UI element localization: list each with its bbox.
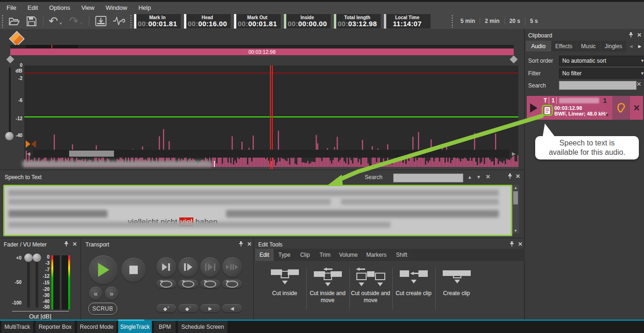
loop-2-button[interactable] — [178, 280, 198, 288]
play-from-mark-button[interactable] — [178, 257, 198, 277]
prev-marker-button[interactable]: ◀ — [222, 304, 242, 312]
loop-1-button[interactable] — [156, 280, 176, 288]
transport-panel-pin-icon[interactable] — [238, 241, 244, 247]
bottom-tab-reporter-box[interactable]: Reporter Box — [35, 321, 75, 333]
undo-button[interactable]: ↶ ▼ — [47, 14, 64, 28]
edit-tools-pin-icon[interactable] — [509, 241, 515, 247]
speech-panel-pin-icon[interactable] — [507, 174, 513, 179]
tool-cut-create-clip[interactable]: Cut create clip — [392, 261, 435, 297]
toolbar-grip[interactable] — [130, 14, 132, 28]
item-play-button[interactable] — [527, 96, 541, 120]
range-handle-left[interactable] — [7, 56, 14, 64]
tab-jingles[interactable]: Jingles — [601, 41, 627, 51]
tab-volume[interactable]: Volume — [335, 249, 361, 261]
menu-view[interactable]: View — [81, 4, 94, 11]
item-collapse-icon[interactable]: « — [604, 113, 611, 116]
menu-options[interactable]: Options — [49, 4, 70, 11]
transcript-scroll-thumb[interactable] — [513, 191, 518, 204]
tool-cut-inside-and-move[interactable]: Cut inside and move — [306, 261, 349, 304]
overview-clip-bar[interactable]: 00:03:12.98 — [10, 49, 514, 55]
clipboard-close-icon[interactable]: ✕ — [637, 32, 642, 38]
fader-panel-close-icon[interactable]: ✕ — [72, 241, 77, 247]
fader-2-track[interactable] — [35, 257, 38, 308]
edit-marker-bowtie-icon[interactable] — [26, 140, 36, 148]
clipboard-audio-item[interactable]: T 1 1 00:03:12.98 BWF, Linear; 48.0 kHz … — [527, 96, 643, 120]
menu-window[interactable]: Window — [106, 4, 127, 11]
next-marker-button[interactable]: ▶ — [200, 304, 220, 312]
locator-marker-diamond[interactable] — [9, 31, 25, 47]
open-file-button[interactable] — [7, 15, 21, 27]
fader-1-knob[interactable] — [24, 253, 33, 262]
undo-dropdown-caret[interactable]: ▼ — [59, 22, 63, 26]
mark-cursor-line[interactable] — [272, 65, 273, 175]
range-handle-right[interactable] — [510, 56, 518, 64]
redo-button[interactable]: ↷ ▼ — [67, 14, 85, 28]
tab-type[interactable]: Type — [274, 249, 295, 261]
zoom-20s-button[interactable]: 20 s — [505, 18, 525, 24]
play-selection-button[interactable] — [200, 257, 220, 277]
tab-edit[interactable]: Edit — [255, 249, 274, 261]
save-button[interactable] — [24, 15, 38, 27]
zoom-5min-button[interactable]: 5 min — [456, 18, 480, 24]
play-around-mark-button[interactable] — [222, 257, 242, 277]
rewind-button[interactable]: « — [89, 287, 102, 300]
edit-tools-close-icon[interactable]: ✕ — [518, 241, 523, 247]
item-listen-button[interactable] — [612, 96, 630, 120]
item-remove-button[interactable]: ✕ — [630, 96, 643, 120]
loop-3-button[interactable] — [200, 280, 220, 288]
add-marker-button[interactable]: ◆+ — [156, 304, 176, 312]
sort-order-dropdown[interactable]: No automatic sort ▼ — [559, 56, 644, 66]
clipboard-search-input[interactable] — [559, 81, 637, 90]
speech-search-clear-icon[interactable]: ✕ — [486, 174, 490, 180]
clipboard-pin-icon[interactable] — [628, 32, 634, 38]
hscroll-track[interactable] — [33, 150, 509, 158]
audio-processing-button[interactable] — [111, 15, 127, 27]
hscroll-left-arrow[interactable]: ◀ — [25, 150, 32, 158]
toolbar-grip[interactable] — [451, 14, 453, 28]
bottom-tab-schedule-screen[interactable]: Schedule Screen — [178, 321, 227, 333]
speech-panel-close-icon[interactable]: ✕ — [516, 174, 520, 179]
tab-markers[interactable]: Markers — [362, 249, 391, 261]
tab-audio[interactable]: Audio — [526, 41, 551, 51]
tool-create-clip[interactable]: Create clip — [435, 261, 478, 297]
menu-help[interactable]: Help — [138, 4, 151, 11]
speech-to-text-doc-button[interactable] — [542, 105, 553, 116]
vertical-zoom-slider-track[interactable] — [9, 67, 11, 137]
bottom-tab-singletrack[interactable]: SingleTrack — [118, 321, 152, 333]
scrub-button[interactable]: SCRUB — [88, 303, 117, 315]
clipboard-tabs-scroll-left-icon[interactable]: ◀ — [627, 41, 635, 51]
tab-effects[interactable]: Effects — [552, 41, 577, 51]
tool-cut-outside-and-move[interactable]: Cut outside and move — [349, 261, 392, 304]
export-audio-button[interactable] — [93, 15, 108, 27]
transcript-scrollbar[interactable]: ▲ ▼ — [512, 185, 519, 233]
transcript-scroll-down-icon[interactable]: ▼ — [512, 228, 519, 233]
zoom-5s-button[interactable]: 5 s — [525, 18, 543, 24]
hscroll-thumb[interactable] — [69, 151, 114, 157]
play-button[interactable] — [89, 255, 118, 284]
playhead-line[interactable] — [270, 65, 271, 175]
menu-edit[interactable]: Edit — [28, 4, 38, 11]
fader-panel-pin-icon[interactable] — [64, 241, 69, 247]
stop-button[interactable] — [121, 258, 146, 282]
bottom-tab-multitrack[interactable]: MultiTrack — [1, 321, 33, 333]
play-to-mark-button[interactable] — [156, 257, 176, 277]
remove-marker-button[interactable]: ◆− — [178, 304, 198, 312]
transcript-box[interactable]: vielleicht nicht viel haben. — [3, 185, 512, 236]
overview-ruler[interactable] — [10, 45, 514, 48]
hscroll-right-arrow[interactable]: ▶ — [510, 150, 517, 158]
filter-dropdown[interactable]: No filter ▼ — [559, 68, 644, 79]
tool-cut-inside[interactable]: Cut inside — [263, 261, 306, 297]
bottom-tab-record-mode[interactable]: Record Mode — [77, 321, 116, 333]
clipboard-search-clear-icon[interactable]: ✕ — [637, 81, 641, 87]
menu-file[interactable]: File — [7, 4, 16, 11]
fader-1-track[interactable] — [27, 257, 30, 308]
forward-button[interactable]: » — [105, 287, 118, 300]
speech-search-next-icon[interactable]: ▼ — [476, 174, 481, 180]
loop-4-button[interactable] — [222, 280, 242, 288]
tab-trim[interactable]: Trim — [315, 249, 335, 261]
tab-shift[interactable]: Shift — [391, 249, 412, 261]
transport-panel-close-icon[interactable]: ✕ — [247, 241, 252, 247]
tab-music[interactable]: Music — [577, 41, 600, 51]
tab-clip[interactable]: Clip — [295, 249, 315, 261]
bottom-tab-bpm[interactable]: BPM — [154, 321, 176, 333]
